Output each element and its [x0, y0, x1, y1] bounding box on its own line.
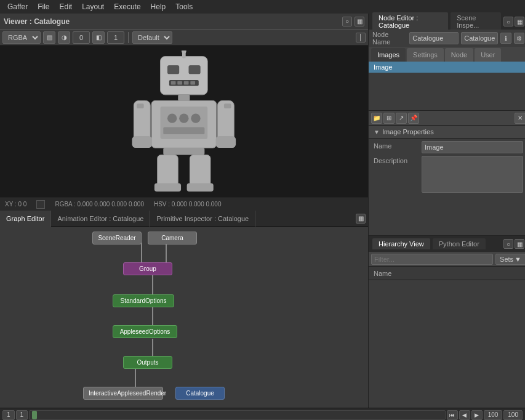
svg-rect-25	[154, 184, 181, 192]
svg-rect-27	[187, 184, 214, 192]
xy-status: XY : 0 0	[5, 201, 26, 208]
graph-canvas[interactable]: SceneReader Camera Group StandardOptions…	[0, 227, 368, 408]
viewer-header: Viewer : Catalogue ○ ▦	[0, 14, 368, 30]
svg-point-15	[191, 114, 200, 123]
frame-start-display[interactable]: 1	[2, 410, 15, 420]
tab-scene-inspector[interactable]: Scene Inspe...	[451, 12, 501, 31]
channel-select[interactable]: RGBA	[2, 31, 41, 44]
prop-description-label: Description	[374, 156, 417, 164]
sub-tab-images[interactable]: Images	[371, 48, 406, 62]
viewer-panel: Viewer : Catalogue ○ ▦ RGBA ▤ ◑ ◧ Defaul…	[0, 14, 368, 211]
node-editor-expand[interactable]: ○	[503, 17, 513, 26]
color-icon[interactable]: ▤	[43, 31, 55, 44]
right-panel: Node Editor : Catalogue Scene Inspe... ○…	[368, 14, 525, 408]
value0-input[interactable]	[73, 31, 90, 44]
hierarchy-filter-bar: Sets ▼	[369, 252, 525, 267]
exposure-icon[interactable]: ◑	[58, 31, 70, 44]
value1-input[interactable]	[107, 31, 124, 44]
tab-primitive-inspector[interactable]: Primitive Inspector : Catalogue	[150, 211, 255, 227]
svg-rect-4	[171, 81, 176, 85]
node-editor-grid[interactable]: ▦	[515, 17, 524, 26]
sets-arrow-icon: ▼	[515, 256, 521, 263]
viewer-pin-btn[interactable]: │	[356, 33, 366, 42]
timeline-marker	[32, 411, 37, 419]
graph-expand-btn[interactable]: ▦	[356, 214, 366, 224]
viewer-expand-btn[interactable]: ○	[342, 17, 352, 26]
svg-rect-18	[132, 136, 153, 148]
sets-dropdown[interactable]: Sets ▼	[495, 254, 525, 265]
menu-help[interactable]: Help	[146, 1, 171, 12]
export-icon[interactable]: ↗	[396, 113, 407, 124]
menu-file[interactable]: File	[33, 1, 54, 12]
node-catalogue[interactable]: Catalogue	[175, 387, 225, 400]
pin-icon[interactable]: 📌	[408, 113, 419, 124]
node-interactiverender[interactable]: InteractiveAppleseedRender	[83, 387, 163, 400]
node-group[interactable]: Group	[123, 262, 172, 275]
menu-tools[interactable]: Tools	[170, 1, 198, 12]
tab-graph-editor[interactable]: Graph Editor	[0, 211, 51, 227]
menu-edit[interactable]: Edit	[54, 1, 77, 12]
node-appleseedoptions[interactable]: AppleseedOptions	[113, 325, 177, 338]
images-list[interactable]: Image	[369, 62, 525, 111]
node-sub-tabs: Images Settings Node User	[369, 47, 525, 62]
graph-editor-panel: Graph Editor Animation Editor : Catalogu…	[0, 211, 368, 408]
play-back-btn[interactable]: ◀	[459, 410, 470, 420]
node-standardoptions[interactable]: StandardOptions	[113, 294, 174, 307]
node-editor-panel: Node Editor : Catalogue Scene Inspe... ○…	[368, 14, 525, 235]
hierarchy-view-panel: Hierarchy View Python Editor ○ ▦ Sets ▼ …	[368, 235, 525, 408]
svg-rect-2	[189, 65, 201, 74]
prop-row-description: Description	[374, 156, 523, 193]
hierarchy-expand[interactable]: ○	[503, 239, 513, 249]
hierarchy-controls: ○ ▦	[503, 239, 524, 249]
frame-current-display[interactable]: 1	[16, 410, 28, 420]
collapse-arrow-icon[interactable]: ▼	[374, 129, 380, 135]
menu-execute[interactable]: Execute	[109, 1, 145, 12]
svg-rect-0	[161, 57, 208, 95]
copy-icon[interactable]: ⊞	[383, 113, 395, 124]
status-color-box	[36, 200, 45, 209]
menu-gaffer[interactable]: Gaffer	[2, 1, 33, 12]
frame-end2-display: 100	[503, 410, 523, 420]
left-panel: Viewer : Catalogue ○ ▦ RGBA ▤ ◑ ◧ Defaul…	[0, 14, 368, 408]
timeline[interactable]	[29, 410, 446, 420]
play-forward-btn[interactable]: ▶	[471, 410, 483, 420]
close-icon[interactable]: ✕	[515, 113, 525, 124]
image-item-selected[interactable]: Image	[369, 62, 525, 73]
clamp-icon[interactable]: ◧	[92, 31, 105, 44]
hierarchy-content	[369, 280, 525, 408]
hierarchy-filter-input[interactable]	[371, 254, 493, 265]
sub-tab-user[interactable]: User	[475, 48, 501, 62]
hierarchy-grid[interactable]: ▦	[515, 239, 524, 249]
svg-rect-21	[216, 136, 236, 148]
folder-icon[interactable]: 📁	[371, 113, 382, 124]
node-editor-controls: ○ ▦	[503, 17, 524, 26]
sub-tab-settings[interactable]: Settings	[407, 48, 444, 62]
hsv-status: HSV : 0.000 0.000 0.000	[154, 201, 222, 208]
prop-description-textarea[interactable]	[422, 156, 523, 193]
menu-layout[interactable]: Layout	[77, 1, 109, 12]
image-list-toolbar: 📁 ⊞ ↗ 📌 ✕	[369, 111, 525, 126]
svg-point-14	[179, 114, 188, 123]
viewer-controls: ○ ▦	[342, 17, 364, 26]
tab-hierarchy-view[interactable]: Hierarchy View	[372, 238, 430, 249]
node-outputs[interactable]: Outputs	[123, 356, 172, 369]
node-name-input[interactable]	[409, 32, 459, 44]
tab-animation-editor[interactable]: Animation Editor : Catalogue	[51, 211, 150, 227]
col-name-header: Name	[374, 270, 391, 277]
connector-line	[141, 243, 142, 265]
toolbar-divider	[128, 32, 129, 43]
node-settings-btn[interactable]: ⚙	[514, 33, 524, 44]
image-properties-panel: ▼ Image Properties Name Image Descriptio…	[369, 126, 525, 235]
sub-tab-node[interactable]: Node	[445, 48, 473, 62]
node-info-btn[interactable]: ℹ	[500, 33, 511, 44]
tab-python-editor[interactable]: Python Editor	[433, 238, 486, 249]
prop-name-value[interactable]: Image	[422, 141, 523, 153]
node-camera[interactable]: Camera	[148, 232, 197, 244]
svg-rect-22	[224, 103, 231, 108]
prop-name-label: Name	[374, 141, 417, 150]
viewer-grid-btn[interactable]: ▦	[355, 17, 364, 26]
play-start-btn[interactable]: ⏮	[447, 410, 458, 420]
tab-node-editor[interactable]: Node Editor : Catalogue	[372, 12, 448, 31]
node-scenereader[interactable]: SceneReader	[92, 232, 142, 244]
lut-select[interactable]: Default	[132, 31, 172, 44]
